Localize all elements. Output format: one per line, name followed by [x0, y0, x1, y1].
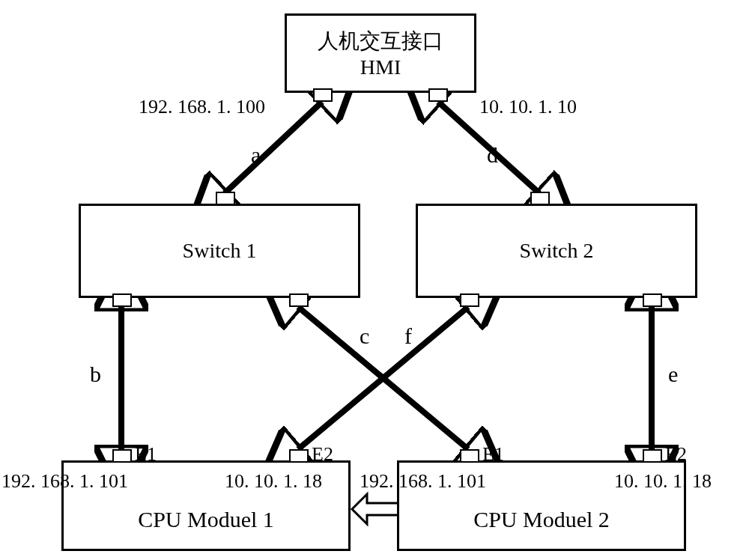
hmi-node: 人机交互接口 HMI [285, 13, 476, 93]
svg-line-4 [298, 307, 468, 449]
cpu1-port-e1 [112, 449, 132, 463]
cpu1-port-e2 [289, 449, 309, 463]
cpu2-label: CPU Moduel 2 [473, 507, 610, 532]
cpu1-e2-label: E2 [312, 443, 333, 466]
edge-f-label: f [404, 323, 412, 349]
edge-a-label: a [251, 142, 261, 168]
switch2-node: Switch 2 [416, 204, 697, 298]
hmi-title-cn: 人机交互接口 [318, 27, 443, 55]
edge-e-label: e [668, 362, 678, 387]
switch1-label: Switch 1 [183, 239, 257, 263]
cpu2-ip-e1: 192. 168. 1. 101 [360, 470, 486, 493]
hmi-ip-left: 192. 168. 1. 100 [139, 96, 265, 118]
switch2-port-br [643, 293, 662, 307]
cpu1-label: CPU Moduel 1 [138, 507, 274, 532]
cpu1-ip-e1: 192. 168. 1. 101 [1, 470, 128, 493]
cpu1-ip-e2: 10. 10. 1. 18 [225, 470, 322, 493]
cpu1-e1-label: E1 [135, 443, 157, 466]
hmi-title-en: HMI [360, 55, 401, 79]
edge-b-label: b [90, 362, 101, 387]
switch1-port-bl [112, 293, 132, 307]
switch1-port-top [216, 192, 235, 205]
switch2-port-top [530, 192, 550, 205]
cpu2-ip-e2: 10. 10. 1. 18 [614, 470, 712, 493]
cpu2-e1-label: E1 [482, 443, 504, 466]
svg-line-5 [298, 307, 468, 449]
cpu2-e2-label: E2 [665, 443, 687, 466]
switch1-port-br [289, 293, 309, 307]
hmi-port-left [313, 88, 333, 102]
hmi-port-right [428, 88, 448, 102]
switch1-node: Switch 1 [79, 204, 360, 298]
edge-d-label: d [487, 142, 498, 168]
hmi-ip-right: 10. 10. 1. 10 [479, 96, 577, 118]
cpu2-port-e1 [460, 449, 479, 463]
cpu2-port-e2 [643, 449, 662, 463]
switch2-port-bl [460, 293, 479, 307]
switch2-label: Switch 2 [520, 239, 594, 263]
edge-c-label: c [360, 323, 369, 349]
